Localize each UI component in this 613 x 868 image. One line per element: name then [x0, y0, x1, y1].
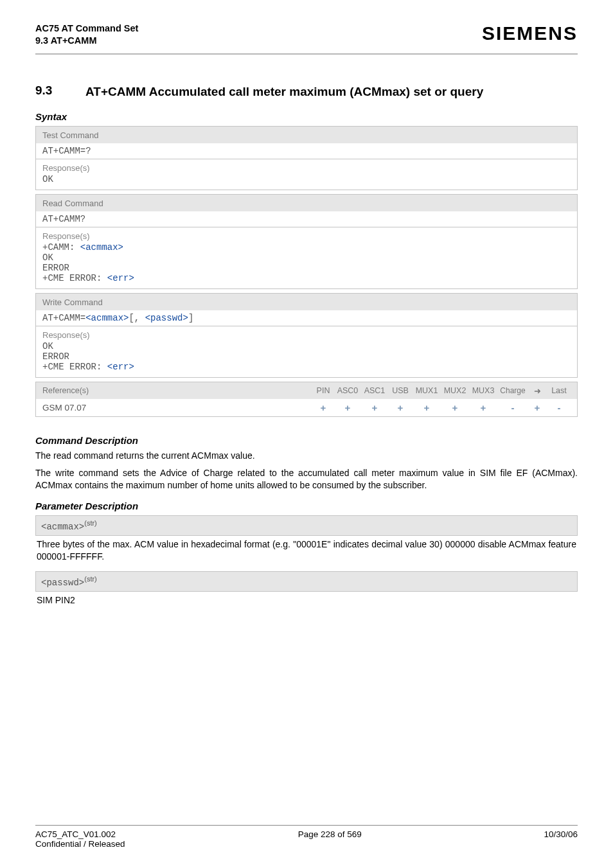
- col-mux2: MUX2: [441, 386, 469, 395]
- footer-date: 10/30/06: [544, 829, 578, 839]
- col-usb: USB: [388, 386, 413, 395]
- passwd-link[interactable]: <passwd>: [145, 313, 188, 323]
- test-response-label: Response(s): [42, 163, 571, 173]
- acmmax-link[interactable]: <acmmax>: [80, 242, 123, 252]
- val-mux2: +: [441, 402, 469, 413]
- write-response-line1: OK: [42, 341, 571, 351]
- page-header: AC75 AT Command Set 9.3 AT+CAMM SIEMENS: [35, 22, 578, 47]
- doc-subtitle: 9.3 AT+CAMM: [35, 35, 138, 47]
- read-response-line2: OK: [42, 252, 571, 263]
- col-last: Last: [546, 386, 572, 395]
- val-usb: +: [388, 402, 413, 413]
- val-last: -: [546, 402, 572, 413]
- read-command-panel: Read Command AT+CAMM? Response(s) +CAMM:…: [35, 194, 578, 289]
- param-acmmax-box: <acmmax>(str): [35, 515, 578, 536]
- footer-page-number: Page 228 of 569: [298, 829, 362, 839]
- section-number: 9.3: [35, 84, 85, 98]
- col-asc1: ASC1: [361, 386, 388, 395]
- err-link[interactable]: <err>: [107, 273, 134, 283]
- read-response-label: Response(s): [42, 231, 571, 241]
- test-command-label: Test Command: [36, 127, 577, 143]
- acmmax-link[interactable]: <acmmax>: [85, 313, 129, 323]
- test-command-panel: Test Command AT+CAMM=? Response(s) OK: [35, 126, 578, 190]
- param-acmmax-type: (str): [84, 519, 97, 527]
- val-charge: -: [497, 402, 528, 413]
- val-mux1: +: [413, 402, 441, 413]
- command-description-heading: Command Description: [35, 435, 578, 446]
- write-command-cmd: AT+CAMM=<acmmax>[, <passwd>]: [42, 313, 571, 323]
- footer-classification: Confidential / Released: [35, 839, 578, 849]
- reference-header: Reference(s) PIN ASC0 ASC1 USB MUX1 MUX2…: [36, 382, 577, 399]
- footer-doc-id: AC75_ATC_V01.002: [35, 829, 116, 839]
- write-response-label: Response(s): [42, 330, 571, 340]
- read-response-line4: +CME ERROR: <err>: [42, 273, 571, 283]
- reference-row: GSM 07.07 + + + + + + + - + -: [36, 399, 577, 416]
- param-passwd-type: (str): [84, 575, 97, 583]
- param-acmmax-name: <acmmax>: [41, 522, 84, 532]
- col-arrow-icon: ➜: [528, 386, 546, 396]
- read-response-line1: +CAMM: <acmmax>: [42, 242, 571, 252]
- write-command-panel: Write Command AT+CAMM=<acmmax>[, <passwd…: [35, 293, 578, 378]
- read-command-cmd: AT+CAMM?: [42, 214, 571, 224]
- header-divider: [35, 53, 578, 55]
- syntax-heading: Syntax: [35, 111, 578, 122]
- err-link[interactable]: <err>: [107, 362, 134, 372]
- read-command-label: Read Command: [36, 195, 577, 211]
- col-mux3: MUX3: [469, 386, 497, 395]
- section-heading: AT+CAMM Accumulated call meter maximum (…: [85, 84, 483, 100]
- test-response: OK: [42, 174, 571, 184]
- doc-title-block: AC75 AT Command Set 9.3 AT+CAMM: [35, 22, 138, 47]
- val-asc0: +: [334, 402, 361, 413]
- col-asc0: ASC0: [334, 386, 361, 395]
- brand-logo: SIEMENS: [482, 22, 578, 44]
- val-pin: +: [312, 402, 334, 413]
- reference-value: GSM 07.07: [36, 399, 312, 416]
- write-response-line3: +CME ERROR: <err>: [42, 362, 571, 372]
- param-acmmax-desc: Three bytes of the max. ACM value in hex…: [37, 538, 576, 563]
- col-pin: PIN: [312, 386, 334, 395]
- col-charge: Charge: [497, 386, 528, 395]
- page-footer: AC75_ATC_V01.002 Page 228 of 569 10/30/0…: [35, 825, 578, 849]
- parameter-description-heading: Parameter Description: [35, 500, 578, 511]
- footer-divider: [35, 825, 578, 826]
- param-passwd-box: <passwd>(str): [35, 571, 578, 592]
- doc-title: AC75 AT Command Set: [35, 22, 138, 35]
- write-command-label: Write Command: [36, 294, 577, 310]
- section-title: 9.3 AT+CAMM Accumulated call meter maxim…: [35, 84, 578, 100]
- command-description-p2: The write command sets the Advice of Cha…: [35, 467, 578, 492]
- col-mux1: MUX1: [413, 386, 441, 395]
- param-passwd-name: <passwd>: [41, 578, 84, 588]
- val-arrow: +: [528, 402, 546, 413]
- param-passwd-desc: SIM PIN2: [37, 594, 576, 607]
- val-mux3: +: [469, 402, 497, 413]
- val-asc1: +: [361, 402, 388, 413]
- reference-label: Reference(s): [36, 382, 312, 399]
- read-response-line3: ERROR: [42, 263, 571, 273]
- command-description-p1: The read command returns the current ACM…: [35, 450, 578, 462]
- test-command-cmd: AT+CAMM=?: [42, 146, 571, 156]
- reference-panel: Reference(s) PIN ASC0 ASC1 USB MUX1 MUX2…: [35, 382, 578, 417]
- write-response-line2: ERROR: [42, 351, 571, 362]
